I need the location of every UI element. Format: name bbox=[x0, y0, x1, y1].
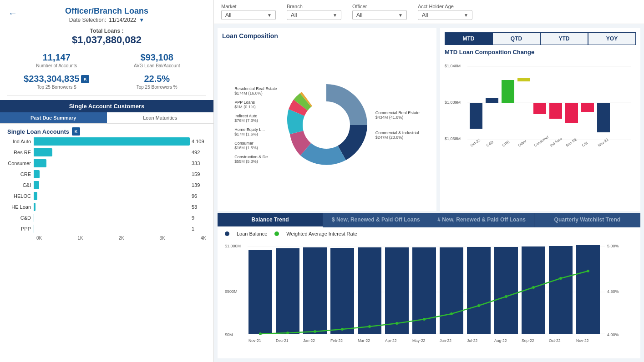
svg-rect-11 bbox=[533, 103, 546, 114]
svg-text:$1,038M: $1,038M bbox=[445, 136, 461, 141]
bar-row: HELOC 96 bbox=[7, 192, 206, 200]
bar-row: C&D 9 bbox=[7, 214, 206, 222]
svg-text:Ind Auto: Ind Auto bbox=[549, 136, 563, 148]
svg-point-53 bbox=[423, 318, 426, 321]
bar-outer bbox=[34, 137, 190, 146]
bar-label: C&D bbox=[7, 215, 34, 221]
tab-yoy[interactable]: YOY bbox=[588, 32, 636, 45]
x-label: 4K bbox=[201, 236, 206, 241]
svg-text:C&D: C&D bbox=[486, 140, 494, 147]
bar-row: C&I 139 bbox=[7, 181, 206, 189]
svg-text:$0M: $0M bbox=[225, 332, 233, 337]
bar-label: Consumer bbox=[7, 161, 34, 166]
officer-value: All bbox=[356, 12, 362, 18]
tab-loan-maturities[interactable]: Loan Maturities bbox=[107, 112, 214, 123]
bar-label: Ind Auto bbox=[7, 139, 34, 144]
svg-rect-35 bbox=[276, 248, 299, 334]
bar-fill bbox=[34, 159, 46, 167]
mtd-chart-title: MTD Loan Composition Change bbox=[445, 49, 636, 55]
svg-point-55 bbox=[477, 304, 480, 307]
bar-value: 4,109 bbox=[192, 139, 206, 144]
market-caret-icon: ▼ bbox=[267, 13, 272, 18]
num-accounts-label: Number of Accounts bbox=[9, 63, 104, 68]
bar-value: 53 bbox=[192, 204, 206, 210]
tab-buttons: Past Due Summary Loan Maturities bbox=[0, 112, 213, 124]
bar-outer bbox=[34, 203, 190, 211]
svg-point-52 bbox=[396, 322, 398, 325]
bar-value: 96 bbox=[192, 193, 206, 199]
svg-text:5.00%: 5.00% bbox=[607, 244, 619, 248]
svg-rect-13 bbox=[565, 103, 578, 123]
svg-rect-7 bbox=[470, 103, 482, 129]
top25-dollars-label: Top 25 Borrowers $ bbox=[9, 85, 104, 90]
mtd-waterfall-chart: $1,040M $1,039M $1,038M bbox=[445, 58, 631, 149]
section-title: Single Loan Accounts K bbox=[0, 124, 213, 137]
tab-mtd[interactable]: MTD bbox=[445, 32, 492, 45]
section-k-icon: K bbox=[72, 127, 80, 136]
date-value: 11/14/2022 bbox=[109, 17, 136, 23]
label-indirect: Indirect Auto $76M (7.3%) bbox=[234, 114, 277, 123]
bar-row: Consumer 333 bbox=[7, 159, 206, 167]
market-select[interactable]: All ▼ bbox=[221, 10, 276, 20]
officer-caret-icon: ▼ bbox=[398, 13, 403, 18]
svg-text:Dec-21: Dec-21 bbox=[276, 338, 289, 343]
balance-trend-chart: $1,000M $500M $0M 5.00% 4.50% 4.00% bbox=[225, 238, 621, 347]
tab-qtd[interactable]: QTD bbox=[492, 32, 540, 45]
num-accounts-value: 11,147 bbox=[9, 52, 104, 63]
svg-rect-37 bbox=[330, 248, 354, 334]
tab-ytd[interactable]: YTD bbox=[540, 32, 588, 45]
tab-hash-new[interactable]: # New, Renewed & Paid Off Loans bbox=[429, 213, 535, 227]
bar-row: PPP 1 bbox=[7, 225, 206, 233]
svg-point-50 bbox=[341, 328, 344, 331]
svg-point-57 bbox=[532, 286, 535, 289]
top25-dollars-value: $233,304,835 bbox=[24, 74, 79, 84]
acct-holder-value: All bbox=[422, 12, 428, 18]
svg-text:Nov-21: Nov-21 bbox=[248, 338, 261, 343]
bar-outer bbox=[34, 192, 190, 200]
svg-text:$1,039M: $1,039M bbox=[445, 100, 461, 105]
bar-outer bbox=[34, 214, 190, 222]
x-label: 2K bbox=[118, 236, 124, 241]
officer-select[interactable]: All ▼ bbox=[352, 10, 407, 20]
svg-text:Jul-22: Jul-22 bbox=[467, 338, 477, 343]
bar-fill bbox=[34, 181, 39, 189]
bar-value: 333 bbox=[192, 161, 206, 166]
bar-label: HELOC bbox=[7, 193, 34, 199]
bar-value: 9 bbox=[192, 215, 206, 221]
acct-holder-select[interactable]: All ▼ bbox=[418, 10, 472, 20]
date-caret-icon[interactable]: ▼ bbox=[139, 17, 144, 23]
bar-outer bbox=[34, 225, 190, 233]
bar-outer bbox=[34, 181, 190, 189]
tab-dollar-new[interactable]: $ New, Renewed & Paid Off Loans bbox=[323, 213, 429, 227]
back-arrow[interactable]: ← bbox=[8, 8, 17, 19]
mtd-panel: MTD QTD YTD YOY MTD Loan Composition Cha… bbox=[440, 28, 640, 211]
label-cre: Commercial Real Estate $434M (41.8%) bbox=[375, 111, 420, 120]
x-label: 1K bbox=[77, 236, 83, 241]
svg-text:Aug-22: Aug-22 bbox=[494, 338, 507, 343]
svg-text:4.50%: 4.50% bbox=[607, 289, 619, 294]
svg-rect-39 bbox=[385, 247, 409, 334]
svg-point-56 bbox=[505, 295, 507, 298]
left-panel: ← Officer/Branch Loans Date Selection: 1… bbox=[0, 0, 214, 362]
legend-dot-rate bbox=[274, 231, 279, 236]
bar-outer bbox=[34, 170, 190, 178]
svg-text:Jun-22: Jun-22 bbox=[440, 338, 451, 343]
x-label: 0K bbox=[36, 236, 42, 241]
tab-balance-trend[interactable]: Balance Trend bbox=[218, 213, 323, 227]
tab-quarterly-watchlist[interactable]: Quarterly Watchlist Trend bbox=[535, 213, 640, 227]
total-loans-value: $1,037,880,082 bbox=[0, 34, 213, 46]
bar-fill bbox=[34, 192, 37, 200]
top25-dollars-block: $233,304,835 K Top 25 Borrowers $ bbox=[7, 72, 106, 91]
svg-point-51 bbox=[368, 325, 371, 328]
tab-past-due[interactable]: Past Due Summary bbox=[0, 112, 107, 123]
bar-value: 139 bbox=[192, 182, 206, 188]
bar-label: PPP bbox=[7, 226, 34, 231]
bar-outer bbox=[34, 159, 190, 167]
branch-value: All bbox=[291, 12, 297, 18]
label-ci: Commercial & Industrial $247M (23.8%) bbox=[375, 131, 420, 140]
branch-select[interactable]: All ▼ bbox=[287, 10, 341, 20]
loan-composition-title: Loan Composition bbox=[222, 32, 432, 40]
bar-value: 159 bbox=[192, 171, 206, 177]
chart-legend: Loan Balance Weighted Average Interest R… bbox=[225, 231, 633, 236]
metrics-grid: 11,147 Number of Accounts $93,108 AVG Lo… bbox=[0, 47, 213, 93]
